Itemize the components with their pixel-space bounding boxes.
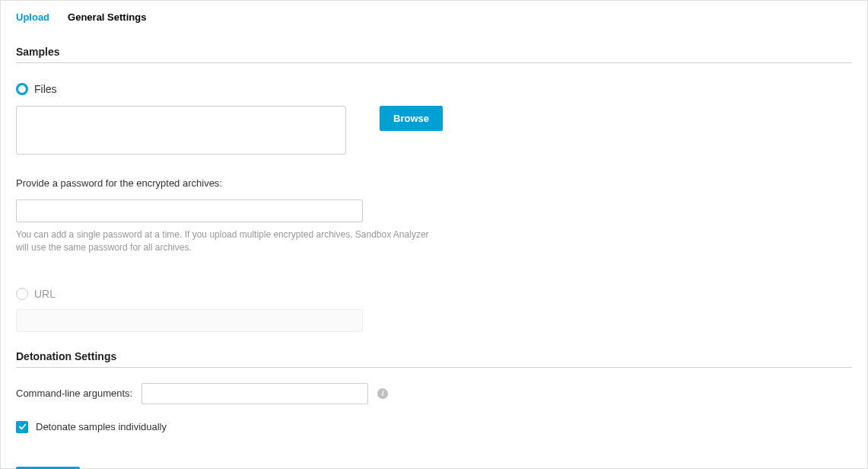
files-upload-row: Browse (16, 106, 852, 155)
section-samples-header: Samples (16, 46, 852, 63)
tab-general-settings[interactable]: General Settings (68, 11, 146, 24)
password-hint: You can add a single password at a time.… (16, 228, 442, 254)
radio-url-label: URL (34, 288, 56, 300)
tabs-bar: Upload General Settings (1, 1, 867, 24)
radio-files-label: Files (34, 83, 57, 95)
detonate-individually-checkbox[interactable] (16, 421, 28, 433)
submit-button[interactable]: Submit (16, 467, 80, 469)
content-area: Samples Files Browse Provide a password … (1, 46, 867, 469)
password-input[interactable] (16, 199, 363, 222)
section-detonation-header: Detonation Settings (16, 350, 852, 368)
radio-url[interactable] (16, 288, 28, 300)
url-input (16, 309, 363, 332)
file-dropzone[interactable] (16, 106, 346, 155)
check-icon (18, 423, 27, 431)
submit-row: Submit (16, 467, 852, 469)
cmd-args-row: Command-line arguments: i (16, 383, 852, 404)
url-section: URL (16, 288, 852, 332)
tab-upload[interactable]: Upload (16, 11, 49, 24)
radio-files-row: Files (16, 83, 852, 95)
password-label: Provide a password for the encrypted arc… (16, 177, 852, 189)
browse-button[interactable]: Browse (380, 106, 443, 131)
detonate-individually-label: Detonate samples individually (36, 421, 167, 432)
detonate-individually-row: Detonate samples individually (16, 421, 852, 433)
radio-files[interactable] (16, 83, 28, 95)
upload-panel: Upload General Settings Samples Files Br… (0, 0, 868, 469)
cmd-args-label: Command-line arguments: (16, 388, 132, 399)
cmd-args-input[interactable] (141, 383, 368, 404)
info-icon[interactable]: i (377, 388, 388, 399)
